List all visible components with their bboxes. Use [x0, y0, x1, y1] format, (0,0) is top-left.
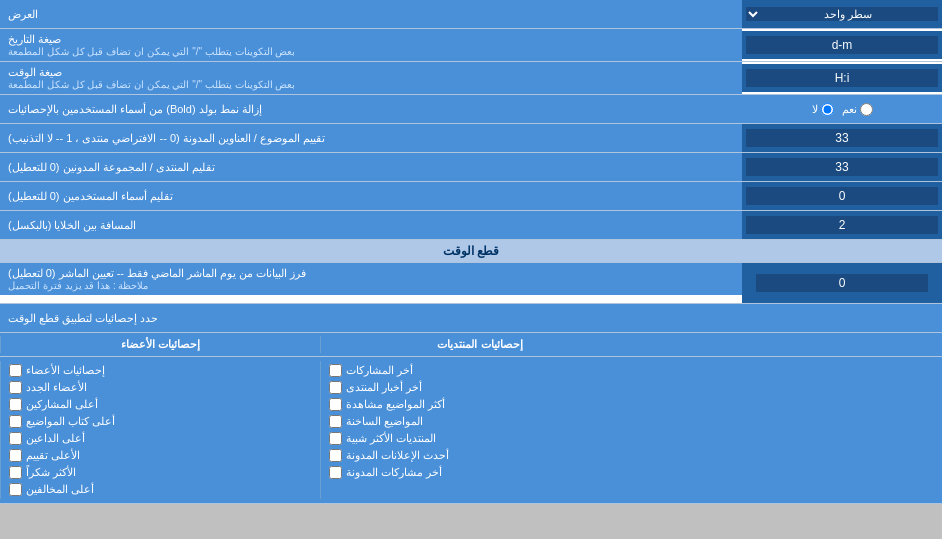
list-item: أخر أخبار المنتدى: [329, 380, 632, 395]
list-item: أعلى الداعين: [9, 431, 312, 446]
members-checkboxes-col: إحصائيات الأعضاء الأعضاء الجدد أعلى المش…: [0, 361, 320, 499]
cutoff-section-header: قطع الوقت: [0, 240, 942, 263]
bold-remove-radio-cell: نعم لا: [742, 95, 942, 123]
list-item: الأعضاء الجدد: [9, 380, 312, 395]
cell-gap-input[interactable]: [746, 216, 938, 234]
posts-cb-0[interactable]: [329, 364, 342, 377]
date-format-note: بعض التكوينات يتطلب "/" التي يمكن ان تضا…: [8, 46, 295, 57]
date-format-label: صيغة التاريخ بعض التكوينات يتطلب "/" الت…: [0, 29, 742, 61]
posts-cb-3[interactable]: [329, 415, 342, 428]
display-label: العرض: [0, 0, 742, 28]
forum-order-input-wrapper: [742, 153, 942, 181]
cutoff-input[interactable]: [756, 274, 929, 292]
posts-cb-4[interactable]: [329, 432, 342, 445]
time-format-input-wrapper: [742, 64, 942, 92]
list-item: أحدث الإعلانات المدونة: [329, 448, 632, 463]
bold-remove-label: إزالة نمط بولد (Bold) من أسماء المستخدمي…: [0, 95, 742, 123]
users-order-input-wrapper: [742, 182, 942, 210]
posts-cb-2[interactable]: [329, 398, 342, 411]
list-item: الأكثر شكراً: [9, 465, 312, 480]
posts-cb-5[interactable]: [329, 449, 342, 462]
members-cb-3[interactable]: [9, 415, 22, 428]
list-item: المنتديات الأكثر شبية: [329, 431, 632, 446]
cell-gap-label: المسافة بين الخلايا (بالبكسل): [0, 211, 742, 239]
date-format-title: صيغة التاريخ: [8, 33, 61, 46]
posts-cb-6[interactable]: [329, 466, 342, 479]
display-select-wrapper: سطر واحد سطرين ثلاثة أسطر: [742, 0, 942, 28]
list-item: الأعلى تقييم: [9, 448, 312, 463]
time-format-label: صيغة الوقت بعض التكوينات يتطلب "/" التي …: [0, 62, 742, 94]
topics-order-label: تقييم الموضوع / العناوين المدونة (0 -- ا…: [0, 124, 742, 152]
posts-cb-1[interactable]: [329, 381, 342, 394]
cutoff-note: ملاحظة : هذا قد يزيد فترة التحميل: [8, 280, 148, 291]
members-cb-6[interactable]: [9, 466, 22, 479]
members-cb-7[interactable]: [9, 483, 22, 496]
members-cb-2[interactable]: [9, 398, 22, 411]
stats-members-header: إحصائيات الأعضاء: [0, 336, 320, 353]
users-order-input[interactable]: [746, 187, 938, 205]
time-format-input[interactable]: [746, 69, 938, 87]
stats-posts-header: إحصائيات المنتديات: [320, 336, 640, 353]
members-cb-1[interactable]: [9, 381, 22, 394]
list-item: أعلى كتاب المواضيع: [9, 414, 312, 429]
time-format-note: بعض التكوينات يتطلب "/" التي يمكن ان تضا…: [8, 79, 295, 90]
list-item: أكثر المواضيع مشاهدة: [329, 397, 632, 412]
posts-checkboxes-col: أخر المشاركات أخر أخبار المنتدى أكثر الم…: [320, 361, 640, 499]
stats-headers-row: إحصائيات المنتديات إحصائيات الأعضاء: [0, 333, 942, 357]
list-item: أخر المشاركات: [329, 363, 632, 378]
checkboxes-area: أخر المشاركات أخر أخبار المنتدى أكثر الم…: [0, 357, 942, 504]
list-item: أعلى المشاركين: [9, 397, 312, 412]
bold-no-radio[interactable]: [821, 103, 834, 116]
bold-yes-label[interactable]: نعم: [842, 103, 873, 116]
list-item: إحصائيات الأعضاء: [9, 363, 312, 378]
list-item: أعلى المخالفين: [9, 482, 312, 497]
date-format-input-wrapper: [742, 31, 942, 59]
forum-order-input[interactable]: [746, 158, 938, 176]
members-cb-0[interactable]: [9, 364, 22, 377]
members-cb-4[interactable]: [9, 432, 22, 445]
display-select[interactable]: سطر واحد سطرين ثلاثة أسطر: [746, 7, 938, 21]
bold-no-label[interactable]: لا: [812, 103, 834, 116]
list-item: المواضيع الساخنة: [329, 414, 632, 429]
users-order-label: تقليم أسماء المستخدمين (0 للتعطيل): [0, 182, 742, 210]
list-item: أخر مشاركات المدونة: [329, 465, 632, 480]
topics-order-input-wrapper: [742, 124, 942, 152]
bold-yes-radio[interactable]: [860, 103, 873, 116]
forum-order-label: تقليم المنتدى / المجموعة المدونين (0 للت…: [0, 153, 742, 181]
cutoff-main-label: فرز البيانات من يوم الماشر الماضي فقط --…: [8, 267, 306, 280]
cutoff-label: فرز البيانات من يوم الماشر الماضي فقط --…: [0, 263, 742, 295]
cell-gap-input-wrapper: [742, 211, 942, 239]
stats-apply-label: حدد إحصائيات لتطبيق قطع الوقت: [0, 304, 742, 332]
topics-order-input[interactable]: [746, 129, 938, 147]
time-format-title: صيغة الوقت: [8, 66, 62, 79]
cutoff-input-wrapper: [742, 263, 942, 303]
date-format-input[interactable]: [746, 36, 938, 54]
members-cb-5[interactable]: [9, 449, 22, 462]
